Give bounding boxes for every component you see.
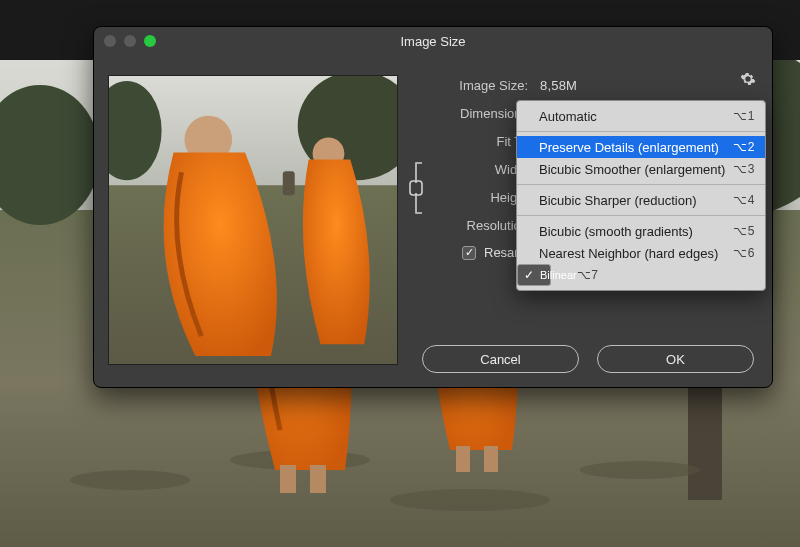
gear-icon[interactable]: [738, 69, 758, 89]
image-size-label: Image Size:: [414, 78, 532, 93]
dialog-buttons: Cancel OK: [422, 345, 754, 373]
close-icon[interactable]: [104, 35, 116, 47]
menu-item-bicubic-sharper[interactable]: Bicubic Sharper (reduction) ⌥4: [517, 189, 765, 211]
menu-item-bicubic-smoother[interactable]: Bicubic Smoother (enlargement) ⌥3: [517, 158, 765, 180]
menu-item-label: Bicubic Smoother (enlargement): [539, 162, 725, 177]
ok-button-label: OK: [666, 352, 685, 367]
menu-item-shortcut: ⌥6: [733, 246, 755, 260]
menu-item-label: Bicubic (smooth gradients): [539, 224, 693, 239]
ok-button[interactable]: OK: [597, 345, 754, 373]
menu-item-automatic[interactable]: Automatic ⌥1: [517, 105, 765, 127]
menu-item-label: Automatic: [539, 109, 597, 124]
svg-point-7: [390, 489, 550, 511]
image-preview[interactable]: [108, 75, 398, 365]
image-size-value: 8,58M: [532, 78, 577, 93]
menu-separator: [517, 131, 765, 132]
menu-item-shortcut: ⌥5: [733, 224, 755, 238]
svg-rect-10: [280, 465, 296, 493]
svg-point-5: [70, 470, 190, 490]
height-label: Height: [414, 190, 532, 205]
menu-item-shortcut: ⌥3: [733, 162, 755, 176]
menu-item-shortcut: ⌥1: [733, 109, 755, 123]
dialog-title: Image Size: [400, 34, 465, 49]
fit-to-label: Fit To: [414, 134, 532, 149]
menu-item-shortcut: ⌥7: [577, 268, 599, 282]
menu-item-nearest-neighbor[interactable]: Nearest Neighbor (hard edges) ⌥6: [517, 242, 765, 264]
svg-rect-23: [410, 181, 422, 195]
svg-rect-13: [456, 446, 470, 472]
menu-item-shortcut: ⌥2: [733, 140, 755, 154]
menu-item-bicubic[interactable]: Bicubic (smooth gradients) ⌥5: [517, 220, 765, 242]
menu-separator: [517, 184, 765, 185]
cancel-button-label: Cancel: [480, 352, 520, 367]
svg-rect-19: [283, 171, 295, 195]
dimensions-label: Dimensions: [414, 106, 532, 121]
dialog-titlebar[interactable]: Image Size: [94, 27, 772, 55]
minimize-icon[interactable]: [124, 35, 136, 47]
svg-rect-14: [484, 446, 498, 472]
zoom-icon[interactable]: [144, 35, 156, 47]
menu-item-bilinear[interactable]: Bilinear ⌥7: [517, 264, 551, 286]
menu-item-shortcut: ⌥4: [733, 193, 755, 207]
menu-item-preserve-details[interactable]: Preserve Details (enlargement) ⌥2: [517, 136, 765, 158]
cancel-button[interactable]: Cancel: [422, 345, 579, 373]
menu-separator: [517, 215, 765, 216]
menu-item-label: Nearest Neighbor (hard edges): [539, 246, 718, 261]
menu-item-label: Preserve Details (enlargement): [539, 140, 719, 155]
width-label: Width: [414, 162, 532, 177]
resample-menu: Automatic ⌥1 Preserve Details (enlargeme…: [516, 100, 766, 291]
menu-item-label: Bicubic Sharper (reduction): [539, 193, 697, 208]
resolution-label: Resolution: [414, 218, 532, 233]
svg-point-8: [580, 461, 700, 479]
menu-item-label: Bilinear: [540, 269, 577, 281]
link-dimensions-icon[interactable]: [404, 159, 430, 217]
window-controls: [104, 35, 156, 47]
resample-checkbox[interactable]: ✓: [462, 246, 476, 260]
svg-rect-11: [310, 465, 326, 493]
